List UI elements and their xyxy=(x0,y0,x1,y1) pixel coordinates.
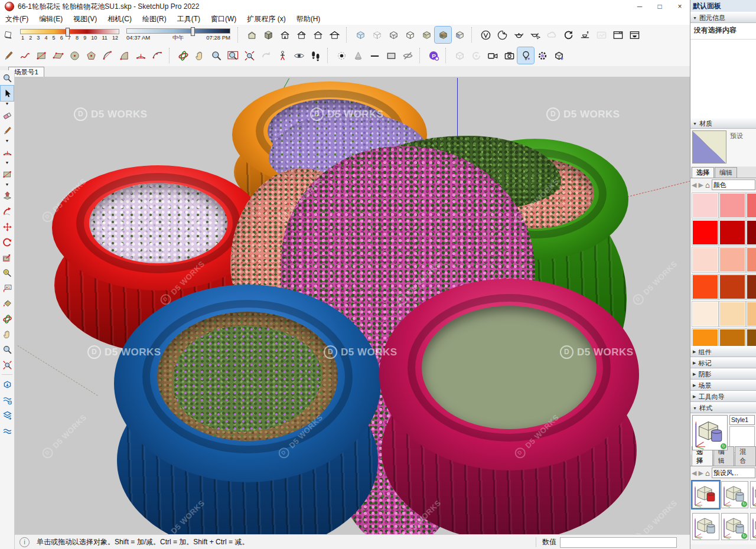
circle-icon[interactable] xyxy=(66,47,83,64)
section-工具向导[interactable]: ▶工具向导 xyxy=(690,391,756,402)
tab-选择[interactable]: 选择 xyxy=(692,167,714,178)
monochrome-style-icon[interactable] xyxy=(451,27,468,43)
section-entity-info[interactable]: ▼ 图元信息 xyxy=(690,12,756,23)
front-view-icon[interactable] xyxy=(276,27,293,43)
skm-wave2-tool[interactable] xyxy=(1,423,14,438)
rotate-tool[interactable] xyxy=(1,234,14,250)
magenta-tire[interactable] xyxy=(379,279,639,534)
rectangle-icon[interactable] xyxy=(33,47,50,64)
style-thumb-2[interactable] xyxy=(750,481,756,508)
wireframe-style-icon[interactable] xyxy=(385,27,402,43)
menu-item-4[interactable]: 绘图(R) xyxy=(137,14,172,24)
previous-view-icon[interactable] xyxy=(258,47,274,64)
pan-tool[interactable] xyxy=(1,326,14,342)
zoom-extents-tool[interactable] xyxy=(1,357,14,372)
back-view-icon[interactable] xyxy=(309,27,326,43)
position-camera-icon[interactable] xyxy=(274,47,291,64)
look-around-icon[interactable] xyxy=(291,47,307,64)
color-swatch-4-0[interactable] xyxy=(692,301,719,327)
color-swatch-1-0[interactable] xyxy=(692,220,719,246)
skm-waves-tool[interactable] xyxy=(1,392,14,407)
section-标记[interactable]: ▶标记 xyxy=(690,357,756,368)
pan-icon[interactable] xyxy=(191,47,208,64)
edge-icon[interactable] xyxy=(366,47,383,64)
help-icon[interactable]: i xyxy=(19,537,30,547)
close-button[interactable]: × xyxy=(670,1,690,13)
line-pencil-icon[interactable] xyxy=(0,47,17,64)
3d-viewport[interactable]: DD5 WORKSDD5 WORKSDD5 WORKSDD5 WORKSDD5 … xyxy=(14,77,690,534)
section-阴影[interactable]: ▶阴影 xyxy=(690,368,756,380)
vray-frame-buffer-icon[interactable] xyxy=(593,27,610,43)
maximize-button[interactable]: □ xyxy=(650,1,670,13)
home-icon[interactable]: ⌂ xyxy=(705,181,710,189)
tool-flyout-caret[interactable]: ▼ xyxy=(1,138,14,145)
rectangle-tool[interactable] xyxy=(1,166,14,182)
podium-icon[interactable]: P xyxy=(425,47,442,64)
push-pull-tool[interactable] xyxy=(1,188,14,204)
tape-measure-tool[interactable] xyxy=(1,265,14,280)
color-swatch-3-0[interactable] xyxy=(692,274,719,300)
color-swatch-0-2[interactable] xyxy=(746,192,756,218)
color-swatch-3-1[interactable] xyxy=(719,274,746,300)
vray-update-icon[interactable] xyxy=(560,27,576,43)
color-swatch-1-2[interactable] xyxy=(746,220,756,246)
color-swatch-2-2[interactable] xyxy=(746,247,756,273)
hidden-line-style-icon[interactable] xyxy=(402,27,418,43)
paint-bucket-tool[interactable] xyxy=(1,296,14,311)
orbit-icon[interactable] xyxy=(175,47,191,64)
menu-item-7[interactable]: 扩展程序 (x) xyxy=(242,14,291,24)
color-swatch-0-1[interactable] xyxy=(719,192,746,218)
back-edges-style-icon[interactable] xyxy=(369,27,385,43)
arc-icon[interactable] xyxy=(99,47,116,64)
minimize-button[interactable]: ─ xyxy=(630,1,650,13)
menu-item-5[interactable]: 工具(T) xyxy=(172,14,206,24)
skm-layers-tool[interactable] xyxy=(1,407,14,423)
style-thumb-1[interactable]: ↻ xyxy=(721,481,748,508)
point-icon[interactable] xyxy=(333,47,350,64)
color-swatch-0-0[interactable] xyxy=(692,192,719,218)
menu-item-1[interactable]: 编辑(E) xyxy=(34,14,68,24)
right-view-icon[interactable] xyxy=(293,27,309,43)
section-场景[interactable]: ▶场景 xyxy=(690,380,756,391)
face-icon[interactable] xyxy=(383,47,399,64)
shadow-dialog-icon[interactable] xyxy=(0,27,17,43)
color-swatch-5-1[interactable] xyxy=(719,328,746,346)
export-box-icon[interactable] xyxy=(550,47,567,64)
zoom-icon[interactable] xyxy=(208,47,224,64)
zoom-tool[interactable] xyxy=(1,342,14,357)
color-swatch-5-0[interactable] xyxy=(692,328,719,346)
style-name-field[interactable]: Style1 xyxy=(729,415,755,425)
shaded-textures-style-icon[interactable] xyxy=(435,27,451,43)
follow-me-tool[interactable] xyxy=(1,204,14,219)
zoom-tool[interactable] xyxy=(1,70,14,86)
style-thumb-3[interactable] xyxy=(692,513,719,540)
settings-gear-icon[interactable] xyxy=(534,47,550,64)
menu-item-2[interactable]: 视图(V) xyxy=(68,14,102,24)
zoom-window-icon[interactable] xyxy=(224,47,241,64)
rotated-rectangle-icon[interactable] xyxy=(50,47,66,64)
forward-arrow-icon[interactable]: ▶ xyxy=(698,469,703,477)
styles-collection-dropdown[interactable]: 预设风... xyxy=(712,468,755,478)
vray-logo-icon[interactable] xyxy=(477,27,494,43)
menu-item-8[interactable]: 帮助(H) xyxy=(291,14,326,24)
pie-icon[interactable] xyxy=(116,47,132,64)
eraser-tool[interactable] xyxy=(1,107,14,123)
xray-style-icon[interactable] xyxy=(352,27,369,43)
sync-orbit-icon[interactable] xyxy=(468,47,484,64)
walk-icon[interactable] xyxy=(307,47,324,64)
color-swatch-1-1[interactable] xyxy=(719,220,746,246)
freehand-icon[interactable] xyxy=(17,47,33,64)
vray-batch-window-icon[interactable] xyxy=(610,27,626,43)
offset-tool[interactable] xyxy=(1,250,14,265)
photo-camera-icon[interactable] xyxy=(501,47,517,64)
tool-flyout-caret[interactable]: ▼ xyxy=(1,160,14,166)
vray-teapot-window-icon[interactable] xyxy=(626,27,643,43)
color-swatch-2-0[interactable] xyxy=(692,247,719,273)
tool-flyout-caret[interactable]: ▼ xyxy=(1,101,14,107)
section-materials[interactable]: ▼ 材质 xyxy=(690,117,756,129)
color-swatch-4-2[interactable] xyxy=(746,301,756,327)
top-view-icon[interactable] xyxy=(260,27,276,43)
video-camera-icon[interactable] xyxy=(484,47,501,64)
select-tool[interactable] xyxy=(1,86,14,101)
move-tool[interactable] xyxy=(1,219,14,234)
